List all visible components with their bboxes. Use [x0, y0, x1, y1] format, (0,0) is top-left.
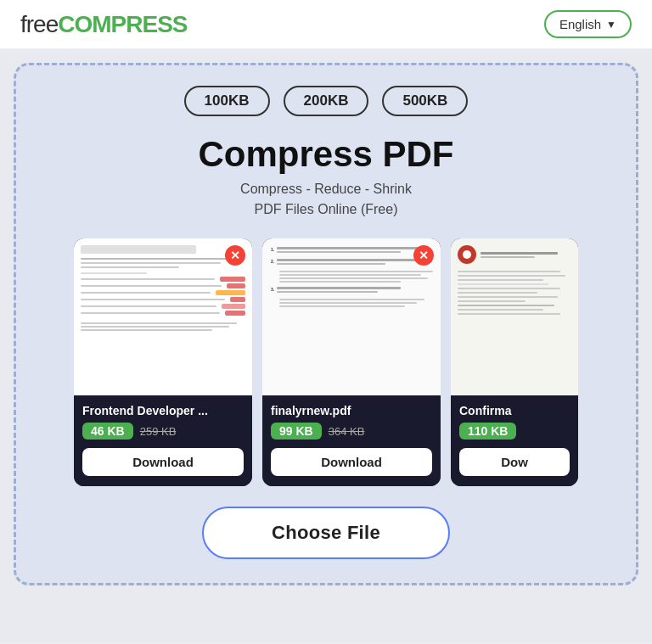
card-2-size-old: 364 KB	[329, 425, 365, 438]
card-2-size-new: 99 KB	[271, 423, 322, 440]
logo-compress-text: COMPRESS	[58, 11, 187, 37]
size-badges-row: 100KB 200KB 500KB	[184, 86, 469, 116]
card-1-filename: Frontend Developer ...	[82, 404, 244, 417]
size-badge-500kb[interactable]: 500KB	[382, 86, 468, 116]
card-2-sizes: 99 KB 364 KB	[271, 423, 432, 440]
card-1-size-new: 46 KB	[82, 423, 133, 440]
pdf-preview-1	[74, 238, 252, 395]
language-selector[interactable]: English ▼	[544, 10, 632, 38]
card-3-sizes: 110 KB	[459, 423, 570, 440]
card-2-download-button[interactable]: Download	[271, 448, 432, 476]
card-1-size-old: 259 KB	[140, 425, 177, 438]
upload-container: 100KB 200KB 500KB Compress PDF Compress …	[14, 63, 638, 585]
pdf-card-2: 1. 2.	[262, 238, 441, 486]
page-subtitle: Compress - Reduce - Shrink PDF Files Onl…	[240, 179, 412, 220]
card-2-info: finalyrnew.pdf 99 KB 364 KB Download	[262, 395, 441, 486]
logo-free-text: free	[20, 11, 58, 37]
card-3-info: Confirma 110 KB Dow	[451, 395, 578, 486]
header: freeCOMPRESS English ▼	[0, 0, 652, 49]
pdf-card-1: ✕ Frontend Developer ... 46 KB 259 KB Do…	[74, 238, 252, 486]
card-1-sizes: 46 KB 259 KB	[82, 423, 244, 440]
pdf-preview-2: 1. 2.	[262, 238, 441, 395]
size-badge-100kb[interactable]: 100KB	[184, 86, 270, 116]
card-2-filename: finalyrnew.pdf	[271, 404, 432, 417]
logo: freeCOMPRESS	[20, 11, 188, 38]
card-3-download-button[interactable]: Dow	[459, 448, 570, 476]
card-3-size-new: 110 KB	[459, 423, 516, 440]
pdf-cards-row: ✕ Frontend Developer ... 46 KB 259 KB Do…	[30, 238, 622, 486]
choose-file-button[interactable]: Choose File	[202, 507, 450, 559]
card-1-info: Frontend Developer ... 46 KB 259 KB Down…	[74, 395, 252, 486]
card-1-download-button[interactable]: Download	[82, 448, 244, 476]
pdf-preview-3	[451, 238, 578, 395]
card-3-filename: Confirma	[459, 404, 570, 417]
pdf-card-3: Confirma 110 KB Dow	[451, 238, 578, 486]
close-card-2-button[interactable]: ✕	[413, 245, 434, 266]
main-content: 100KB 200KB 500KB Compress PDF Compress …	[0, 49, 652, 643]
language-label: English	[559, 17, 601, 31]
size-badge-200kb[interactable]: 200KB	[284, 86, 369, 116]
close-card-1-button[interactable]: ✕	[225, 245, 245, 266]
page-title: Compress PDF	[198, 135, 453, 174]
chevron-down-icon: ▼	[606, 19, 616, 31]
